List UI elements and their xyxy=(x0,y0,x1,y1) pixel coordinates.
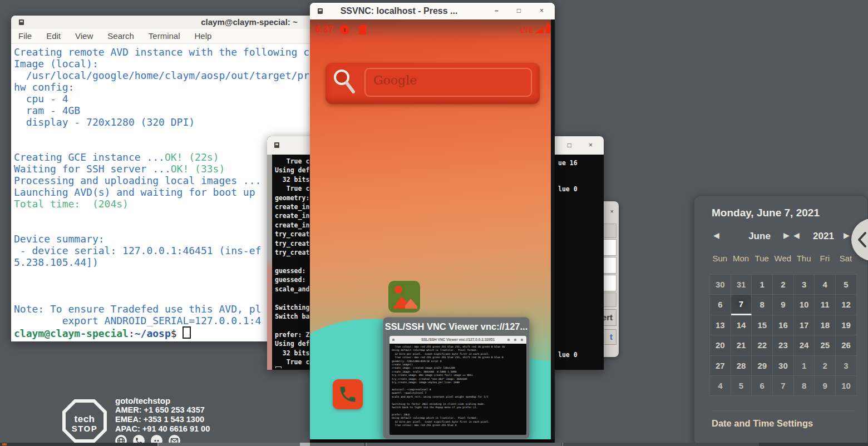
calendar-panel: Monday, June 7, 2021 ◀ June ▶ ◀ 2021 ▶ S… xyxy=(694,196,868,445)
preview-titlebar: SSL/SSH VNC Viewer vnc://127.0.0.1:33951 xyxy=(389,336,526,344)
calendar-day[interactable]: 3 xyxy=(794,275,815,295)
calendar-day[interactable]: 21 xyxy=(731,335,752,355)
minimize-icon[interactable]: – xyxy=(495,7,499,14)
vnc-output-fragment: lue 0 xyxy=(558,350,578,359)
date-time-settings-link[interactable]: Date and Time Settings xyxy=(712,418,813,429)
calendar-day[interactable]: 29 xyxy=(752,356,773,376)
techstop-contacts: goto/techstopAMER: +1 650 253 4357EMEA: … xyxy=(115,396,210,434)
google-search-widget[interactable]: Google xyxy=(326,63,540,104)
vnc-output-line: Using def xyxy=(275,339,313,348)
calendar-day[interactable]: 4 xyxy=(710,376,731,396)
menu-item-view[interactable]: View xyxy=(68,29,100,43)
ssvnc-titlebar[interactable]: SSVNC: localhost - Press ... – □ × xyxy=(310,3,555,19)
calendar-day[interactable]: 1 xyxy=(752,275,773,295)
taskbar-item[interactable] xyxy=(300,443,310,446)
close-icon[interactable]: × xyxy=(589,142,593,148)
chevron-left-icon xyxy=(857,231,868,249)
next-month-icon[interactable]: ▶ xyxy=(783,231,790,240)
calendar-day[interactable]: 5 xyxy=(731,376,752,396)
viewer-scrollbar[interactable] xyxy=(551,19,555,439)
calendar-day[interactable]: 13 xyxy=(710,315,731,335)
taskbar-item[interactable] xyxy=(366,443,561,446)
search-input[interactable]: Google xyxy=(364,68,532,97)
vnc-output-line: 32 bits xyxy=(275,175,313,184)
maximize-icon[interactable]: □ xyxy=(568,142,571,148)
calendar-day[interactable]: 8 xyxy=(794,376,815,396)
vnc-scrollbar[interactable] xyxy=(267,155,272,370)
phone-handset-icon xyxy=(338,384,358,404)
taskbar[interactable] xyxy=(0,443,868,446)
calendar-day[interactable]: 2 xyxy=(773,275,794,295)
calendar-day[interactable]: 10 xyxy=(794,295,815,315)
preview-terminal-output: True colour: max red 255 green 255 blue … xyxy=(389,344,526,435)
calendar-day[interactable]: 18 xyxy=(815,315,836,335)
close-icon[interactable]: × xyxy=(610,208,614,215)
menu-item-edit[interactable]: Edit xyxy=(39,29,68,43)
google-logo: Google xyxy=(373,73,417,87)
calendar-day[interactable]: 27 xyxy=(710,356,731,376)
calendar-grid: 3031123456789101112131415161718192021222… xyxy=(709,274,857,396)
calendar-day[interactable]: 24 xyxy=(794,335,815,355)
menu-item-search[interactable]: Search xyxy=(100,29,141,43)
vnc-output-line: True co xyxy=(275,157,313,166)
vnc-output-line: 32 bits xyxy=(275,349,313,358)
calendar-day[interactable]: 2 xyxy=(815,356,836,376)
calendar-day[interactable]: 19 xyxy=(836,315,857,335)
calendar-day[interactable]: 11 xyxy=(815,295,836,315)
calendar-day[interactable]: 30 xyxy=(710,275,731,295)
calendar-day[interactable]: 23 xyxy=(773,335,794,355)
menu-item-terminal[interactable]: Terminal xyxy=(141,29,188,43)
calendar-day[interactable]: 12 xyxy=(836,295,857,315)
calendar-day[interactable]: 15 xyxy=(752,315,773,335)
calendar-day[interactable]: 28 xyxy=(731,356,752,376)
calendar-day[interactable]: 9 xyxy=(815,376,836,396)
calendar-day[interactable]: 17 xyxy=(794,315,815,335)
calendar-year: 2021 xyxy=(799,231,848,242)
calendar-day[interactable]: 9 xyxy=(773,295,794,315)
prev-month-icon[interactable]: ◀ xyxy=(713,231,719,240)
window-icon xyxy=(318,8,323,14)
calendar-day[interactable]: 7 xyxy=(773,376,794,396)
calendar-day[interactable]: 14 xyxy=(731,315,752,335)
divider xyxy=(713,410,855,411)
menu-item-file[interactable]: File xyxy=(11,29,39,43)
calendar-day[interactable]: 6 xyxy=(710,295,731,315)
calendar-day[interactable]: 26 xyxy=(836,335,857,355)
techstop-logo-block: tech STOP goto/techstopAMER: +1 650 253 … xyxy=(62,389,229,446)
gallery-icon[interactable] xyxy=(388,281,420,313)
maximize-icon[interactable]: □ xyxy=(517,7,521,14)
calendar-day[interactable]: 6 xyxy=(752,376,773,396)
taskbar-item[interactable] xyxy=(157,443,364,446)
preview-window-title: SSL/SSH VNC Viewer vnc://127.0.0.1:33951 xyxy=(389,336,526,344)
techstop-word-stop: STOP xyxy=(62,424,107,433)
calendar-day[interactable]: 3 xyxy=(836,356,857,376)
taskbar-item[interactable] xyxy=(562,443,759,446)
vnc-output-fragment: ue 16 xyxy=(558,158,578,167)
dialer-icon[interactable] xyxy=(333,379,363,409)
close-icon[interactable]: × xyxy=(540,7,544,14)
calendar-day[interactable]: 22 xyxy=(752,335,773,355)
vnc-output-line: try_creat xyxy=(275,230,313,239)
vnc-output-line: create_in xyxy=(275,202,313,211)
calendar-day[interactable]: 8 xyxy=(752,295,773,315)
menu-item-help[interactable]: Help xyxy=(188,29,219,43)
close-icon xyxy=(521,339,523,341)
window-preview-popup[interactable]: SSL/SSH VNC Viewer vnc://127... SSL/SSH … xyxy=(383,317,530,439)
weekday-label: Mon xyxy=(731,254,752,263)
calendar-day[interactable]: 4 xyxy=(815,275,836,295)
next-year-icon[interactable]: ▶ xyxy=(844,231,850,240)
calendar-day[interactable]: 20 xyxy=(710,335,731,355)
preview-thumbnail[interactable]: SSL/SSH VNC Viewer vnc://127.0.0.1:33951… xyxy=(389,336,526,435)
calendar-day[interactable]: 25 xyxy=(815,335,836,355)
vnc-output-line: Using def xyxy=(275,166,313,175)
calendar-day-selected[interactable]: 7 xyxy=(731,295,752,315)
techstop-word-tech: tech xyxy=(62,414,107,425)
calendar-day[interactable]: 5 xyxy=(836,275,857,295)
calendar-day[interactable]: 31 xyxy=(731,275,752,295)
calendar-day[interactable]: 30 xyxy=(773,356,794,376)
calendar-date-title: Monday, June 7, 2021 xyxy=(712,207,820,219)
window-icon xyxy=(19,19,24,25)
calendar-day[interactable]: 16 xyxy=(773,315,794,335)
calendar-day[interactable]: 1 xyxy=(794,356,815,376)
calendar-day[interactable]: 10 xyxy=(836,376,857,396)
